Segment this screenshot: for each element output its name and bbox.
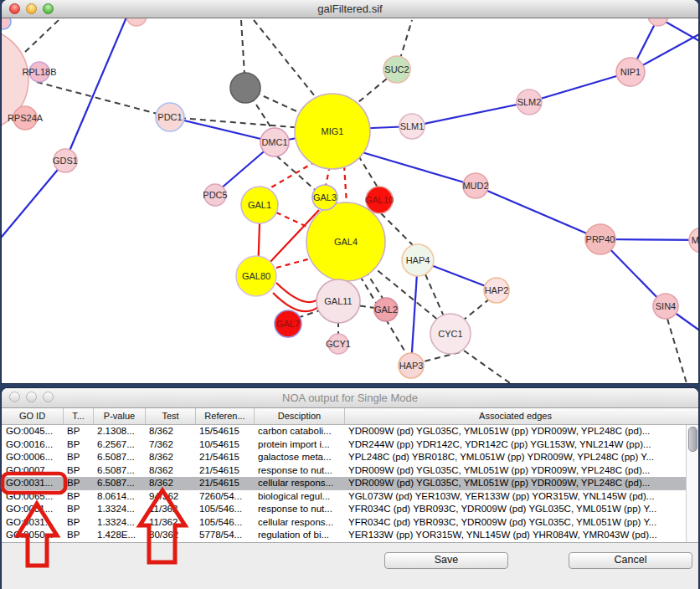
- node-label-HAP4: HAP4: [406, 255, 430, 265]
- cell-ref: 105/546...: [195, 503, 254, 516]
- cell-test: 8/362: [145, 425, 195, 438]
- cell-type: BP: [63, 477, 93, 490]
- cell-type: BP: [63, 529, 93, 542]
- table-row[interactable]: GO:0045...BP2.1308...8/36215/54615carbon…: [2, 425, 698, 438]
- node-label-GAL3: GAL3: [313, 192, 337, 202]
- node-label-GCY1: GCY1: [326, 339, 351, 349]
- node-label-GAL2: GAL2: [374, 305, 398, 315]
- column-header-desciption[interactable]: Desciption: [254, 408, 344, 424]
- vertical-scrollbar[interactable]: [686, 425, 698, 542]
- cell-desc: response to nut...: [254, 464, 344, 478]
- cell-test: 94/362: [145, 490, 195, 504]
- network-edge[interactable]: [276, 283, 320, 302]
- network-edge[interactable]: [276, 213, 311, 228]
- node-label-PRP40: PRP40: [586, 234, 615, 244]
- column-header-referen-[interactable]: Referen...: [195, 408, 254, 424]
- network-edge[interactable]: [25, 20, 59, 52]
- cell-test: 80/362: [145, 529, 195, 542]
- cell-pvalue: 8.0614...: [93, 490, 145, 504]
- column-header-t-[interactable]: T...: [63, 408, 93, 424]
- cell-edges: YDR244W (pp) YDR142C, YDR142C (pp) YGL15…: [344, 438, 686, 452]
- cell-ref: 21/54615: [195, 464, 254, 478]
- cell-type: BP: [63, 438, 93, 452]
- node-label-GAL11: GAL11: [324, 296, 352, 306]
- cell-desc: galactose meta...: [254, 451, 344, 464]
- network-node-top-left-cut[interactable]: [2, 18, 11, 29]
- noa-window-titlebar[interactable]: NOA output for Single Mode: [2, 388, 698, 408]
- cell-desc: cellular respons...: [254, 477, 344, 490]
- table-header-row: GO IDT...P-valueTestReferen...Desciption…: [2, 408, 698, 425]
- node-label-MIG1: MIG1: [322, 126, 344, 136]
- cell-edges: YPL248C (pd) YBR018C, YML051W (pp) YDR00…: [344, 451, 686, 464]
- cell-pvalue: 6.2567...: [93, 438, 145, 452]
- cell-desc: carbon cataboli...: [254, 425, 344, 438]
- network-edge[interactable]: [425, 274, 444, 316]
- network-edge[interactable]: [344, 166, 347, 204]
- cancel-button[interactable]: Cancel: [569, 552, 692, 569]
- cell-pvalue: 1.428E...: [93, 529, 145, 542]
- column-header-test[interactable]: Test: [145, 408, 195, 424]
- cell-ref: 21/54615: [195, 477, 254, 490]
- scrollbar-thumb[interactable]: [688, 427, 697, 452]
- network-edge[interactable]: [276, 259, 311, 268]
- cell-desc: biological regul...: [254, 490, 344, 504]
- cell-goid: GO:0050...: [2, 529, 63, 542]
- cell-edges: YFR034C (pd) YBR093C, YDR009W (pd) YGL03…: [344, 503, 686, 516]
- network-canvas[interactable]: MIG1GAL4RPL18BRPS24AGDS1PDC1DMC1PDC5SUC2…: [2, 18, 698, 383]
- network-edge[interactable]: [476, 186, 600, 239]
- cell-pvalue: 6.5087...: [93, 477, 145, 490]
- cell-goid: GO:0031...: [2, 503, 63, 516]
- cell-edges: YDR009W (pd) YGL035C, YML051W (pp) YDR00…: [344, 464, 686, 478]
- cell-desc: regulation of bi...: [254, 529, 344, 542]
- cell-type: BP: [63, 464, 93, 478]
- network-edge[interactable]: [358, 156, 378, 187]
- cell-edges: YDR009W (pd) YGL035C, YML051W (pp) YDR00…: [344, 425, 686, 438]
- network-node-top-right-cut[interactable]: [648, 18, 668, 26]
- network-edge[interactable]: [667, 319, 687, 383]
- table-row[interactable]: GO:0031...BP1.3324...11/362105/546...cel…: [2, 516, 698, 530]
- node-label-GAL7: GAL7: [276, 319, 300, 329]
- network-edge[interactable]: [37, 82, 170, 117]
- network-edge[interactable]: [464, 351, 512, 383]
- column-header-go-id[interactable]: GO ID: [2, 408, 63, 424]
- cell-pvalue: 6.5087...: [93, 451, 145, 464]
- network-node-gray-node[interactable]: [230, 73, 260, 103]
- table-row[interactable]: GO:0050...BP1.428E...80/3625778/54...reg…: [2, 529, 698, 542]
- network-node-top-cut[interactable]: [126, 18, 147, 26]
- table-row[interactable]: GO:0031...BP1.3324...11/362105/546...res…: [2, 503, 698, 516]
- cell-ref: 15/54615: [195, 425, 254, 438]
- node-label-HAP2: HAP2: [485, 285, 509, 295]
- table-row[interactable]: GO:0006...BP6.5087...8/36221/54615galact…: [2, 451, 698, 464]
- node-label-DMC1: DMC1: [261, 137, 287, 147]
- column-header-associated-edges[interactable]: Associated edges: [344, 408, 686, 424]
- cell-pvalue: 6.5087...: [93, 464, 145, 478]
- network-edge[interactable]: [265, 161, 316, 191]
- network-edge[interactable]: [529, 72, 631, 102]
- node-label-CYC1: CYC1: [438, 329, 462, 339]
- table-row[interactable]: GO:0016...BP6.2567...7/36210/54615protei…: [2, 438, 698, 452]
- cell-ref: 105/546...: [195, 516, 254, 530]
- table-row[interactable]: GO:0007...BP6.5087...8/36221/54615respon…: [2, 464, 698, 478]
- save-button[interactable]: Save: [384, 552, 508, 569]
- cell-type: BP: [63, 425, 93, 438]
- cell-pvalue: 1.3324...: [93, 503, 145, 516]
- network-edge[interactable]: [2, 161, 65, 247]
- network-edge[interactable]: [353, 79, 387, 106]
- cell-type: BP: [63, 516, 93, 530]
- network-edge[interactable]: [65, 18, 128, 161]
- cell-desc: response to nut...: [254, 503, 344, 516]
- cell-type: BP: [63, 490, 93, 504]
- cell-type: BP: [63, 451, 93, 464]
- node-label-SIN4: SIN4: [656, 301, 676, 311]
- table-row[interactable]: GO:0065...BP8.0614...94/3627260/54...bio…: [2, 490, 698, 504]
- network-edge[interactable]: [412, 102, 529, 126]
- network-edge[interactable]: [381, 213, 415, 248]
- noa-output-window: NOA output for Single Mode GO IDT...P-va…: [2, 388, 698, 589]
- network-edge[interactable]: [464, 299, 490, 320]
- cell-test: 8/362: [145, 464, 195, 478]
- cell-test: 8/362: [145, 477, 195, 490]
- network-window-titlebar[interactable]: galFiltered.sif: [2, 0, 698, 18]
- column-header-p-value[interactable]: P-value: [93, 408, 145, 424]
- network-edge[interactable]: [254, 20, 318, 100]
- table-row[interactable]: GO:0031...BP6.5087...8/36221/54615cellul…: [2, 477, 698, 490]
